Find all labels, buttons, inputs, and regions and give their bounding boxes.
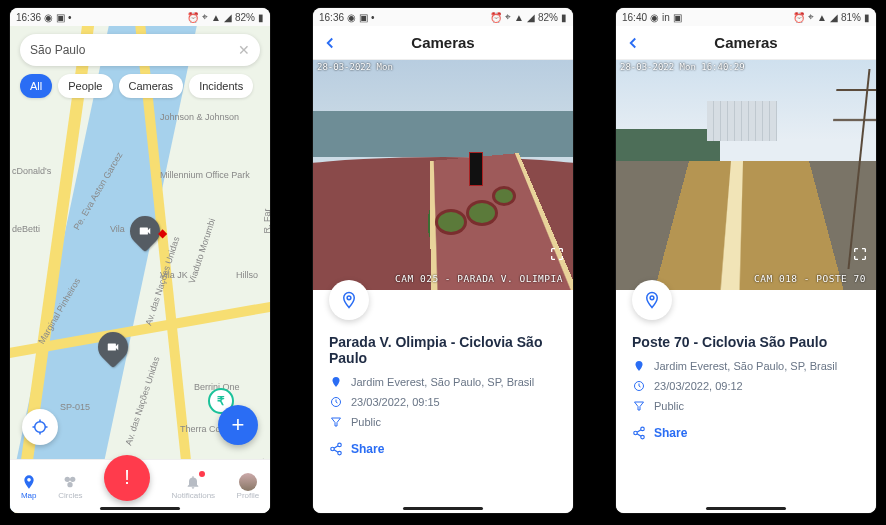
share-button[interactable]: Share bbox=[632, 426, 860, 440]
svg-line-15 bbox=[334, 450, 338, 452]
camera-datetime: 23/03/2022, 09:15 bbox=[351, 396, 440, 408]
share-icon bbox=[632, 426, 646, 440]
gesture-bar bbox=[403, 507, 483, 510]
camera-address: Jardim Everest, São Paulo, SP, Brasil bbox=[351, 376, 534, 388]
fullscreen-icon[interactable] bbox=[852, 246, 868, 266]
search-input[interactable] bbox=[30, 43, 238, 57]
camera-title: Parada V. Olimpia - Ciclovia São Paulo bbox=[329, 334, 557, 366]
map-canvas[interactable]: Johnson & JohnsoncDonald'sMillennium Off… bbox=[10, 26, 270, 513]
camera-detail-card: Poste 70 - Ciclovia São Paulo Jardim Eve… bbox=[616, 300, 876, 513]
circles-icon bbox=[62, 473, 78, 491]
map-poi-label: Hillso bbox=[236, 270, 258, 280]
meta-visibility: Public bbox=[329, 416, 557, 428]
status-time: 16:36 bbox=[16, 12, 41, 23]
share-button[interactable]: Share bbox=[329, 442, 557, 456]
map-pin-icon bbox=[643, 291, 661, 309]
svg-point-6 bbox=[70, 477, 75, 482]
map-poi-label: cDonald's bbox=[12, 166, 51, 176]
share-icon bbox=[329, 442, 343, 456]
nav-notifications[interactable]: Notifications bbox=[172, 473, 216, 500]
add-button[interactable]: + bbox=[218, 405, 258, 445]
status-dot: • bbox=[68, 12, 72, 23]
status-bar: 16:36◉▣• ⏰⌖▲◢82%▮ bbox=[313, 8, 573, 26]
nav-notifications-label: Notifications bbox=[172, 491, 216, 500]
feed-camera-label: CAM 018 - POSTE 70 bbox=[754, 273, 866, 284]
filter-people[interactable]: People bbox=[58, 74, 112, 98]
poi-marker[interactable]: ◆ bbox=[158, 226, 167, 240]
app-header: Cameras bbox=[616, 26, 876, 60]
camera-title: Poste 70 - Ciclovia São Paulo bbox=[632, 334, 860, 350]
location-button[interactable] bbox=[329, 280, 369, 320]
svg-point-13 bbox=[338, 451, 342, 455]
bell-icon bbox=[185, 473, 201, 491]
svg-point-8 bbox=[347, 296, 351, 300]
filter-cameras[interactable]: Cameras bbox=[119, 74, 184, 98]
svg-point-16 bbox=[650, 296, 654, 300]
phone-camera-poste70: 16:40◉in▣ ⏰⌖▲◢81%▮ Cameras 28-03-2022 Mo… bbox=[616, 8, 876, 513]
camera-icon bbox=[138, 224, 152, 238]
svg-point-21 bbox=[641, 435, 645, 439]
search-bar[interactable]: ✕ bbox=[20, 34, 260, 66]
nav-circles[interactable]: Circles bbox=[58, 473, 82, 500]
camera-visibility: Public bbox=[351, 416, 381, 428]
nav-map-label: Map bbox=[21, 491, 37, 500]
alarm-icon: ⏰ bbox=[187, 12, 199, 23]
svg-point-0 bbox=[35, 422, 46, 433]
phone-map: 16:36 ◉ ▣ • ⏰ ⌖ ▲ ◢ 82% ▮ Johnson & John… bbox=[10, 8, 270, 513]
filter-all[interactable]: All bbox=[20, 74, 52, 98]
nav-alert-button[interactable]: ! bbox=[104, 455, 150, 501]
meta-address: Jardim Everest, São Paulo, SP, Brasil bbox=[329, 376, 557, 388]
back-button[interactable] bbox=[321, 26, 339, 59]
gesture-bar bbox=[706, 507, 786, 510]
location-button[interactable] bbox=[632, 280, 672, 320]
svg-point-20 bbox=[634, 431, 638, 435]
whatsapp-icon: ◉ bbox=[44, 12, 53, 23]
svg-point-19 bbox=[641, 427, 645, 431]
screenshot-icon: ▣ bbox=[56, 12, 65, 23]
clear-icon[interactable]: ✕ bbox=[238, 42, 250, 58]
avatar-icon bbox=[239, 473, 257, 491]
filter-incidents[interactable]: Incidents bbox=[189, 74, 253, 98]
map-pin-icon bbox=[632, 360, 646, 372]
feed-timestamp: 28-03-2022 Mon bbox=[317, 62, 393, 72]
map-poi-label: Vila bbox=[110, 224, 125, 234]
map-poi-label: R. Far bbox=[262, 208, 270, 233]
svg-point-11 bbox=[338, 443, 342, 447]
svg-line-23 bbox=[637, 434, 641, 436]
page-title: Cameras bbox=[714, 34, 777, 51]
svg-marker-18 bbox=[635, 402, 644, 410]
share-label: Share bbox=[351, 442, 384, 456]
status-bar: 16:40◉in▣ ⏰⌖▲◢81%▮ bbox=[616, 8, 876, 26]
back-button[interactable] bbox=[624, 26, 642, 59]
location-icon: ⌖ bbox=[202, 11, 208, 23]
status-bar: 16:36 ◉ ▣ • ⏰ ⌖ ▲ ◢ 82% ▮ bbox=[10, 8, 270, 26]
feed-camera-label: CAM 025 - PARADA V. OLIMPIA bbox=[395, 273, 563, 284]
nav-profile[interactable]: Profile bbox=[237, 473, 260, 500]
camera-icon bbox=[106, 340, 120, 354]
chevron-left-icon bbox=[321, 34, 339, 52]
meta-visibility: Public bbox=[632, 400, 860, 412]
fullscreen-icon[interactable] bbox=[549, 246, 565, 266]
camera-feed[interactable]: 28-03-2022 Mon 16:40:29 CAM 018 - POSTE … bbox=[616, 60, 876, 290]
bottom-nav: Map Circles ! Notifications Profile bbox=[10, 459, 270, 513]
status-time: 16:36 bbox=[319, 12, 344, 23]
svg-marker-10 bbox=[332, 418, 341, 426]
svg-point-12 bbox=[331, 447, 335, 451]
gesture-bar bbox=[100, 507, 180, 510]
meta-address: Jardim Everest, São Paulo, SP, Brasil bbox=[632, 360, 860, 372]
meta-datetime: 23/03/2022, 09:15 bbox=[329, 396, 557, 408]
map-pin-icon bbox=[340, 291, 358, 309]
nav-map[interactable]: Map bbox=[21, 473, 37, 500]
map-pin-icon bbox=[21, 473, 37, 491]
share-label: Share bbox=[654, 426, 687, 440]
camera-feed[interactable]: 28-03-2022 Mon CAM 025 - PARADA V. OLIMP… bbox=[313, 60, 573, 290]
map-poi-label: SP-015 bbox=[60, 402, 90, 412]
plus-icon: + bbox=[232, 412, 245, 438]
alert-icon: ! bbox=[124, 466, 130, 489]
locate-button[interactable] bbox=[22, 409, 58, 445]
clock-icon bbox=[329, 396, 343, 408]
map-poi-label: Millennium Office Park bbox=[160, 170, 250, 180]
status-battery: 81% bbox=[841, 12, 861, 23]
svg-line-22 bbox=[637, 430, 641, 432]
notification-badge bbox=[199, 471, 205, 477]
